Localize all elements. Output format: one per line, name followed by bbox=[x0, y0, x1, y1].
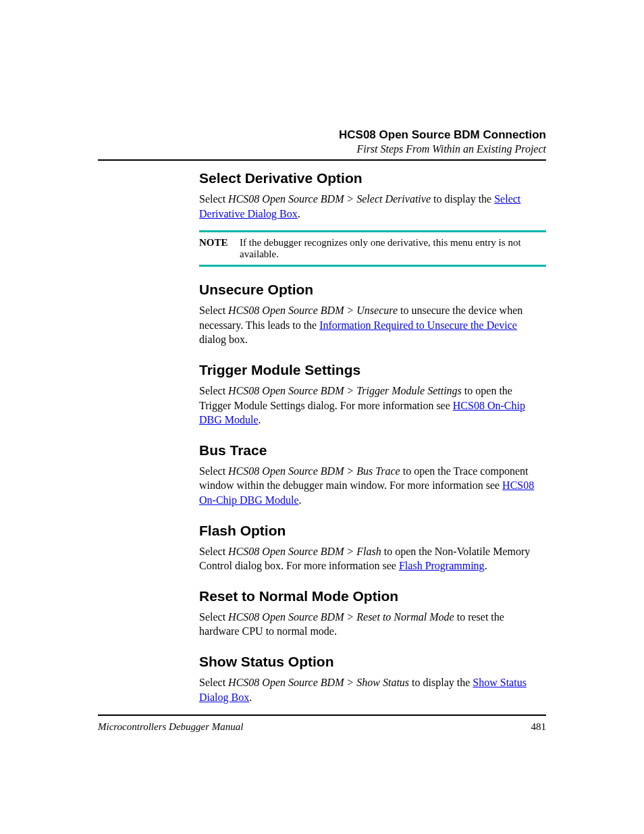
menu-path: HCS08 Open Source BDM > Unsecure bbox=[228, 305, 398, 316]
heading-reset-normal: Reset to Normal Mode Option bbox=[199, 588, 546, 604]
page-footer: Microcontrollers Debugger Manual 481 bbox=[98, 714, 546, 733]
text: . bbox=[485, 560, 487, 571]
header-subtitle: First Steps From Within an Existing Proj… bbox=[98, 143, 546, 155]
menu-path: HCS08 Open Source BDM > Reset to Normal … bbox=[228, 611, 454, 623]
menu-path: HCS08 Open Source BDM > Show Status bbox=[228, 677, 409, 688]
para-select-derivative: Select HCS08 Open Source BDM > Select De… bbox=[199, 192, 546, 221]
link-unsecure-info[interactable]: Information Required to Unsecure the Dev… bbox=[319, 319, 517, 331]
footer-page-number: 481 bbox=[531, 721, 547, 733]
footer-manual-title: Microcontrollers Debugger Manual bbox=[98, 721, 244, 733]
text: to display the bbox=[431, 193, 494, 205]
text: . bbox=[259, 414, 261, 425]
text: Select bbox=[199, 193, 228, 205]
para-unsecure: Select HCS08 Open Source BDM > Unsecure … bbox=[199, 303, 546, 347]
text: to display the bbox=[409, 677, 473, 688]
page-body: HCS08 Open Source BDM Connection First S… bbox=[98, 128, 546, 736]
para-bus-trace: Select HCS08 Open Source BDM > Bus Trace… bbox=[199, 464, 546, 508]
page-header: HCS08 Open Source BDM Connection First S… bbox=[98, 128, 546, 155]
para-trigger-module: Select HCS08 Open Source BDM > Trigger M… bbox=[199, 384, 546, 427]
text: Select bbox=[199, 546, 228, 557]
header-title: HCS08 Open Source BDM Connection bbox=[98, 128, 546, 142]
heading-show-status: Show Status Option bbox=[199, 654, 546, 670]
para-flash: Select HCS08 Open Source BDM > Flash to … bbox=[199, 544, 546, 573]
heading-flash: Flash Option bbox=[199, 523, 546, 539]
footer-row: Microcontrollers Debugger Manual 481 bbox=[98, 721, 546, 733]
link-flash-programming[interactable]: Flash Programming bbox=[399, 560, 485, 571]
text: Select bbox=[199, 677, 228, 688]
heading-bus-trace: Bus Trace bbox=[199, 442, 546, 459]
heading-trigger-module: Trigger Module Settings bbox=[199, 362, 546, 378]
menu-path: HCS08 Open Source BDM > Trigger Module S… bbox=[228, 385, 462, 396]
menu-path: HCS08 Open Source BDM > Select Derivativ… bbox=[228, 193, 431, 205]
text: Select bbox=[199, 465, 228, 477]
footer-rule bbox=[98, 714, 546, 716]
heading-unsecure: Unsecure Option bbox=[199, 282, 546, 298]
text: Select bbox=[199, 305, 228, 316]
text: . bbox=[249, 692, 252, 703]
text: Select bbox=[199, 611, 228, 623]
menu-path: HCS08 Open Source BDM > Flash bbox=[228, 546, 381, 557]
header-rule bbox=[98, 159, 546, 161]
note-label: NOTE bbox=[199, 237, 240, 249]
content-area: Select Derivative Option Select HCS08 Op… bbox=[199, 170, 546, 704]
para-reset-normal: Select HCS08 Open Source BDM > Reset to … bbox=[199, 610, 546, 639]
text: . bbox=[299, 494, 302, 506]
para-show-status: Select HCS08 Open Source BDM > Show Stat… bbox=[199, 675, 546, 704]
menu-path: HCS08 Open Source BDM > Bus Trace bbox=[228, 465, 400, 477]
note-box: NOTEIf the debugger recognizes only one … bbox=[199, 230, 546, 267]
note-text: If the debugger recognizes only one deri… bbox=[240, 237, 542, 260]
text: Select bbox=[199, 385, 228, 396]
text: . bbox=[298, 208, 300, 219]
text: dialog box. bbox=[199, 334, 248, 345]
heading-select-derivative: Select Derivative Option bbox=[199, 170, 546, 186]
